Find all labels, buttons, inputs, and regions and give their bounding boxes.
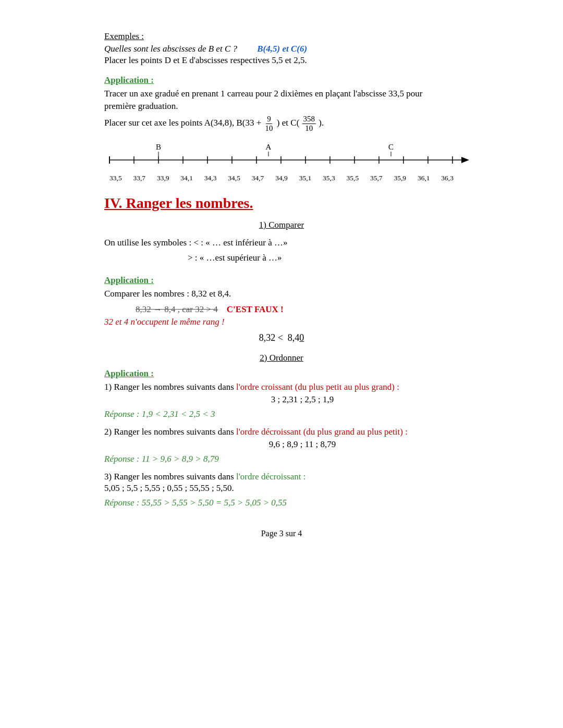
numberline-container: /* sub-ticks rendered inline via JS belo…: [104, 142, 459, 182]
app3-pre1: 1) Ranger les nombres suivants dans: [104, 382, 236, 392]
app3-numbers1: 3 ; 2,31 ; 2,5 ; 1,9: [146, 394, 459, 405]
exemples-section: Exemples : Quelles sont les abscisses de…: [104, 31, 459, 66]
footer-text: Page 3 sur 4: [261, 529, 302, 538]
app1-line2-end: ).: [319, 118, 324, 128]
question-text: Quelles sont les abscisses de B et C ?: [104, 44, 237, 54]
page: Exemples : Quelles sont les abscisses de…: [78, 21, 485, 570]
exemples-answer: B(4,5) et C(6): [257, 44, 307, 54]
strikethrough-text: 8,32 → 8,4 , car 32 > 4: [136, 304, 218, 314]
app1-line2-post: ) et C(: [277, 118, 299, 128]
frac2-den: 10: [304, 124, 314, 133]
exemples-title: Exemples :: [104, 31, 459, 42]
application3-heading: Application :: [104, 368, 459, 379]
point-B-label: B: [156, 143, 161, 151]
symbols-block: On utilise les symboles : < : « … est in…: [104, 236, 459, 266]
ordonner-section: 2) Ordonner Application : 1) Ranger les …: [104, 353, 459, 508]
symbols-line-lt: On utilise les symboles : < : « … est in…: [104, 236, 459, 251]
app3-highlight2: l'ordre décroissant (du plus grand au pl…: [236, 427, 408, 437]
frac1-den: 10: [264, 124, 274, 133]
app3-line1-text: 1) Ranger les nombres suivants dans l'or…: [104, 382, 459, 392]
correct-comparison: 8,32 < 8,40: [104, 332, 459, 343]
app1-line1b: première graduation.: [104, 101, 459, 112]
frac2-num: 358: [302, 115, 316, 124]
app3-answer2: Réponse : 11 > 9,6 > 8,9 > 8,79: [104, 454, 459, 464]
frac1: 9 10: [264, 115, 274, 132]
exemples-question: Quelles sont les abscisses de B et C ? B…: [104, 44, 459, 54]
comparer-section: 1) Comparer On utilise les symboles : < …: [104, 220, 459, 266]
app2-strikethrough-line: 8,32 → 8,4 , car 32 > 4 C'EST FAUX !: [136, 304, 459, 315]
application2-section: Application : Comparer les nombres : 8,3…: [104, 275, 459, 343]
application1-section: Application : Tracer un axe gradué en pr…: [104, 75, 459, 182]
application2-heading: Application :: [104, 275, 459, 286]
app1-line2: Placer sur cet axe les points A(34,8), B…: [104, 115, 459, 132]
frac2: 358 10: [302, 115, 316, 132]
application1-heading: Application :: [104, 75, 459, 85]
app3-line3-text: 3) Ranger les nombres suivants dans l'or…: [104, 472, 459, 482]
app3-answer1: Réponse : 1,9 < 2,31 < 2,5 < 3: [104, 409, 459, 419]
app3-block2: 2) Ranger les nombres suivants dans l'or…: [104, 427, 459, 450]
app3-highlight3: l'ordre décroissant :: [236, 472, 305, 482]
symbols-gt-text: > : « …est supérieur à …»: [188, 253, 282, 263]
point-C-label: C: [388, 143, 394, 151]
comparer-subtitle: 1) Comparer: [104, 220, 459, 230]
app1-line1: Tracer un axe gradué en prenant 1 carrea…: [104, 89, 459, 99]
app3-highlight1: l'ordre croissant (du plus petit au plus…: [236, 382, 399, 392]
frac1-num: 9: [266, 115, 272, 124]
point-A-label: A: [266, 143, 272, 151]
section-iv-title: IV. Ranger les nombres.: [104, 195, 459, 212]
numberline-svg: /* sub-ticks rendered inline via JS belo…: [104, 142, 469, 173]
numberline-labels: 33,5 33,7 33,9 34,1 34,3 34,5 34,7 34,9 …: [104, 174, 459, 182]
app3-line2-text: 2) Ranger les nombres suivants dans l'or…: [104, 427, 459, 437]
app3-numbers2: 9,6 ; 8,9 ; 11 ; 8,79: [146, 439, 459, 450]
ordonner-subtitle: 2) Ordonner: [104, 353, 459, 363]
symbols-line-gt: > : « …est supérieur à …»: [188, 251, 459, 266]
page-footer: Page 3 sur 4: [104, 529, 459, 538]
app3-pre2: 2) Ranger les nombres suivants dans: [104, 427, 236, 437]
app3-block1: 1) Ranger les nombres suivants dans l'or…: [104, 382, 459, 405]
red-note: 32 et 4 n'occupent le même rang !: [104, 317, 459, 327]
app1-line2-pre: Placer sur cet axe les points A(34,8), B…: [104, 118, 261, 128]
app3-numbers3: 5,05 ; 5,5 ; 5,55 ; 0,55 ; 55,55 ; 5,50.: [104, 483, 459, 493]
faux-label: C'EST FAUX !: [227, 304, 284, 314]
app3-answer3: Réponse : 55,55 > 5,55 > 5,50 = 5,5 > 5,…: [104, 498, 459, 508]
app3-pre3: 3) Ranger les nombres suivants dans: [104, 472, 236, 482]
symbols-intro-text: On utilise les symboles : < : « … est in…: [104, 238, 287, 248]
svg-marker-1: [461, 157, 469, 163]
app3-block3: 3) Ranger les nombres suivants dans l'or…: [104, 472, 459, 493]
exemples-place: Placer les points D et E d'abscisses res…: [104, 55, 459, 66]
app2-text: Comparer les nombres : 8,32 et 8,4.: [104, 289, 459, 299]
